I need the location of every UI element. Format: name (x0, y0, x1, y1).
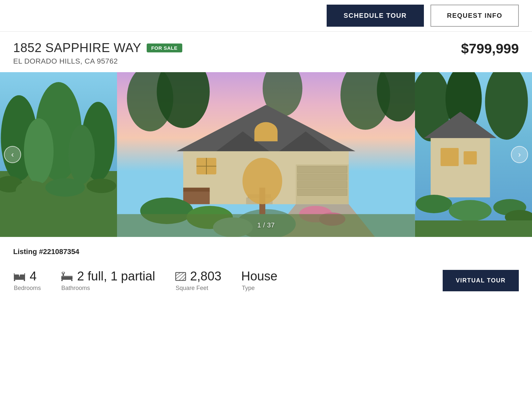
svg-point-67 (62, 272, 65, 274)
type-label: Type (241, 285, 255, 292)
gallery-container: ‹ (0, 72, 532, 237)
bathrooms-value-row: 2 full, 1 partial (61, 269, 155, 283)
status-badge: FOR SALE (147, 43, 182, 52)
gallery-left-panel: ‹ (0, 72, 117, 237)
svg-point-5 (24, 118, 54, 184)
svg-point-8 (16, 181, 49, 201)
svg-rect-48 (440, 148, 458, 166)
svg-rect-58 (20, 274, 25, 277)
bedrooms-value: 4 (30, 269, 37, 283)
gallery-center-panel: 1 / 37 (117, 72, 415, 237)
svg-rect-64 (61, 280, 63, 281)
svg-rect-47 (430, 138, 490, 197)
street-address: 1852 SAPPHIRE WAY (13, 41, 141, 55)
bedrooms-value-row: 4 (13, 269, 37, 283)
svg-rect-25 (297, 189, 347, 195)
virtual-tour-button[interactable]: VIRTUAL TOUR (443, 270, 519, 291)
listing-number: Listing #221087354 (13, 247, 519, 256)
bathrooms-label: Bathrooms (61, 285, 90, 292)
gallery-prev-button[interactable]: ‹ (4, 146, 21, 163)
bathrooms-detail: 2 full, 1 partial Bathrooms (61, 269, 155, 292)
type-value: House (241, 269, 278, 283)
svg-rect-22 (297, 166, 347, 173)
svg-rect-57 (14, 274, 19, 277)
bed-icon (13, 272, 26, 281)
svg-rect-30 (183, 188, 210, 191)
svg-point-41 (243, 158, 282, 204)
gallery-next-button[interactable]: › (511, 146, 528, 163)
svg-rect-61 (14, 273, 15, 277)
property-info: 1852 SAPPHIRE WAY FOR SALE EL DORADO HIL… (0, 32, 532, 72)
svg-rect-55 (415, 220, 532, 237)
svg-rect-23 (297, 174, 347, 180)
svg-point-52 (449, 200, 491, 221)
svg-point-9 (45, 178, 85, 197)
svg-rect-65 (71, 280, 73, 281)
city-state-zip: EL DORADO HILLS, CA 95762 (13, 57, 182, 66)
sqft-value: 2,803 (190, 269, 222, 283)
svg-point-6 (69, 125, 95, 184)
image-gallery: ‹ (0, 72, 532, 237)
svg-rect-62 (24, 273, 25, 280)
sqft-detail: 2,803 Square Feet (175, 269, 222, 292)
svg-point-10 (87, 179, 116, 193)
address-block: 1852 SAPPHIRE WAY FOR SALE EL DORADO HIL… (13, 41, 182, 66)
svg-rect-29 (183, 191, 210, 204)
svg-point-51 (416, 195, 452, 213)
svg-rect-69 (176, 273, 186, 280)
schedule-tour-button[interactable]: SCHEDULE TOUR (327, 5, 424, 27)
sqft-label: Square Feet (175, 285, 208, 292)
svg-rect-24 (297, 181, 347, 188)
svg-rect-68 (61, 276, 73, 277)
sqft-value-row: 2,803 (175, 269, 222, 283)
gallery-right-panel: › (415, 72, 532, 237)
svg-rect-49 (463, 151, 477, 164)
photo-counter: 1 / 37 (257, 221, 275, 229)
sqft-icon (175, 272, 186, 281)
type-value-row: House (241, 269, 278, 283)
price: $799,999 (461, 41, 519, 57)
details-left: 4 Bedrooms 2 full, 1 partial (13, 269, 278, 292)
type-detail: House Type (241, 269, 278, 292)
listing-section: Listing #221087354 (0, 237, 532, 256)
bedrooms-label: Bedrooms (13, 285, 41, 292)
svg-rect-28 (254, 131, 278, 141)
bathrooms-value: 2 full, 1 partial (77, 269, 155, 283)
details-bar: 4 Bedrooms 2 full, 1 partial (0, 264, 532, 302)
svg-rect-59 (14, 280, 15, 281)
bath-icon (61, 272, 73, 281)
svg-rect-60 (24, 280, 25, 281)
bedrooms-detail: 4 Bedrooms (13, 269, 41, 292)
request-info-button[interactable]: REQUEST INFO (430, 5, 519, 27)
address-line: 1852 SAPPHIRE WAY FOR SALE (13, 41, 182, 55)
header-bar: SCHEDULE TOUR REQUEST INFO (0, 0, 532, 32)
